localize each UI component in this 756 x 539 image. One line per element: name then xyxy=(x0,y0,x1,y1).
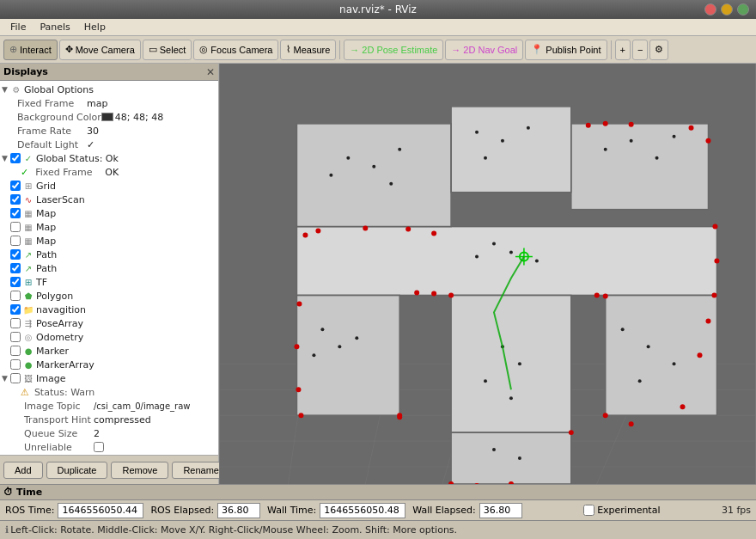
global-options-group[interactable]: ▼ ⚙ Global Options xyxy=(0,83,218,96)
move-camera-button[interactable]: ✥ Move Camera xyxy=(59,40,141,60)
frame-rate-property: Frame Rate 30 xyxy=(0,124,218,138)
map2-label: Map xyxy=(36,222,56,233)
menu-help[interactable]: Help xyxy=(77,21,113,34)
path1-icon: ↗ xyxy=(22,248,34,260)
map2-icon: ▦ xyxy=(22,221,34,233)
image-group-arrow[interactable]: ▼ xyxy=(2,374,10,383)
interact-icon: ⊕ xyxy=(9,44,17,55)
measure-button[interactable]: ⌇ Measure xyxy=(280,40,336,60)
map3-checkbox[interactable] xyxy=(10,236,21,246)
markerarray-icon: ● xyxy=(22,358,34,371)
ros-time-label: ROS Time: xyxy=(5,505,54,516)
svg-point-47 xyxy=(312,353,315,357)
markerarray-checkbox[interactable] xyxy=(10,359,21,370)
svg-rect-16 xyxy=(451,295,571,432)
laserscan-label: LaserScan xyxy=(36,194,85,205)
map-display-1[interactable]: ▶ ▦ Map xyxy=(0,206,218,220)
posearray-icon: ⇶ xyxy=(22,317,34,329)
svg-point-68 xyxy=(712,224,717,230)
tf-display[interactable]: ▶ ⊞ TF xyxy=(0,275,218,289)
navagition-checkbox[interactable] xyxy=(10,304,21,315)
focus-camera-button[interactable]: ◎ Focus Camera xyxy=(193,40,278,60)
tf-label: TF xyxy=(36,277,47,288)
global-status-group[interactable]: ▼ ✓ Global Status: Ok xyxy=(0,151,218,165)
wall-time-field: Wall Time: 1646556050.48 xyxy=(267,503,405,518)
svg-point-35 xyxy=(484,156,487,160)
unreliable-checkbox[interactable] xyxy=(94,442,104,452)
interact-button[interactable]: ⊕ Interact xyxy=(3,40,58,60)
polygon-checkbox[interactable] xyxy=(10,291,21,301)
nav-goal-button[interactable]: → 2D Nav Goal xyxy=(445,40,523,60)
nav-plus-button[interactable]: + xyxy=(615,40,631,60)
map2-checkbox[interactable] xyxy=(10,222,21,232)
svg-point-33 xyxy=(501,139,504,143)
background-color-swatch[interactable] xyxy=(101,113,113,121)
minimize-button[interactable] xyxy=(721,3,733,15)
nav-goal-icon: → xyxy=(451,45,460,55)
laserscan-checkbox[interactable] xyxy=(10,194,21,205)
ros-elapsed-value: 36.80 xyxy=(217,503,260,518)
select-button[interactable]: ▭ Select xyxy=(143,40,192,60)
map3-label: Map xyxy=(36,236,56,247)
publish-point-button[interactable]: 📍 Publish Point xyxy=(525,40,607,60)
polygon-display[interactable]: ▶ ⬟ Polygon xyxy=(0,289,218,303)
map1-checkbox[interactable] xyxy=(10,208,21,218)
odometry-checkbox[interactable] xyxy=(10,332,21,342)
default-light-property: Default Light ✓ xyxy=(0,138,218,151)
3d-viewport[interactable] xyxy=(219,64,756,484)
global-status-checkbox[interactable] xyxy=(10,153,21,163)
pose-estimate-button[interactable]: → 2D Pose Estimate xyxy=(344,40,443,60)
path1-checkbox[interactable] xyxy=(10,249,21,260)
map-display-3[interactable]: ▶ ▦ Map xyxy=(0,234,218,248)
displays-close-button[interactable]: ✕ xyxy=(206,66,215,78)
image-checkbox[interactable] xyxy=(10,373,21,383)
svg-point-61 xyxy=(405,227,411,232)
status-icon: ℹ xyxy=(5,524,9,536)
odometry-display[interactable]: ▶ ◎ Odometry xyxy=(0,330,218,344)
global-status-icon: ✓ xyxy=(22,152,34,164)
svg-point-56 xyxy=(638,379,642,383)
marker-checkbox[interactable] xyxy=(10,346,21,356)
posearray-display[interactable]: ▶ ⇶ PoseArray xyxy=(0,316,218,330)
nav-settings-button[interactable]: ⚙ xyxy=(649,40,668,60)
path-display-1[interactable]: ▶ ↗ Path xyxy=(0,248,218,261)
add-button[interactable]: Add xyxy=(3,462,43,479)
svg-rect-13 xyxy=(571,124,709,210)
menu-file[interactable]: File xyxy=(3,21,33,34)
path-display-2[interactable]: ▶ ↗ Path xyxy=(0,261,218,275)
remove-button[interactable]: Remove xyxy=(111,462,168,479)
grid-checkbox[interactable] xyxy=(10,181,21,191)
close-button[interactable] xyxy=(704,3,716,15)
svg-point-75 xyxy=(294,344,299,349)
wall-elapsed-value: 36.80 xyxy=(479,503,522,518)
svg-point-88 xyxy=(448,292,454,297)
markerarray-display[interactable]: ▶ ● MarkerArray xyxy=(0,358,218,371)
svg-point-63 xyxy=(586,123,591,128)
global-options-arrow[interactable]: ▼ xyxy=(2,85,10,94)
svg-point-46 xyxy=(355,336,358,340)
svg-point-53 xyxy=(518,456,521,460)
svg-point-71 xyxy=(705,318,710,323)
image-transport-property: Transport Hint compressed xyxy=(0,413,218,426)
image-unreliable-property: Unreliable xyxy=(0,440,218,454)
grid-icon: ⊞ xyxy=(22,180,34,192)
global-status-arrow[interactable]: ▼ xyxy=(2,154,10,162)
marker-display[interactable]: ▶ ● Marker xyxy=(0,344,218,358)
navagition-display[interactable]: ▶ 📁 navagition xyxy=(0,303,218,316)
experimental-checkbox[interactable] xyxy=(583,505,594,516)
path2-checkbox[interactable] xyxy=(10,263,21,273)
image-group[interactable]: ▼ 🖼 Image xyxy=(0,371,218,385)
menu-panels[interactable]: Panels xyxy=(33,21,76,34)
maximize-button[interactable] xyxy=(737,3,749,15)
grid-display[interactable]: ▶ ⊞ Grid xyxy=(0,179,218,193)
polygon-icon: ⬟ xyxy=(22,290,34,302)
nav-minus-button[interactable]: − xyxy=(632,40,648,60)
tf-checkbox[interactable] xyxy=(10,277,21,287)
laserscan-display[interactable]: ▶ ∿ LaserScan xyxy=(0,193,218,206)
map-display-2[interactable]: ▶ ▦ Map xyxy=(0,220,218,234)
posearray-checkbox[interactable] xyxy=(10,318,21,328)
svg-rect-11 xyxy=(296,124,451,227)
svg-point-73 xyxy=(680,404,686,409)
image-topic-property: Image Topic /csi_cam_0/image_raw xyxy=(0,399,218,413)
duplicate-button[interactable]: Duplicate xyxy=(46,462,108,479)
